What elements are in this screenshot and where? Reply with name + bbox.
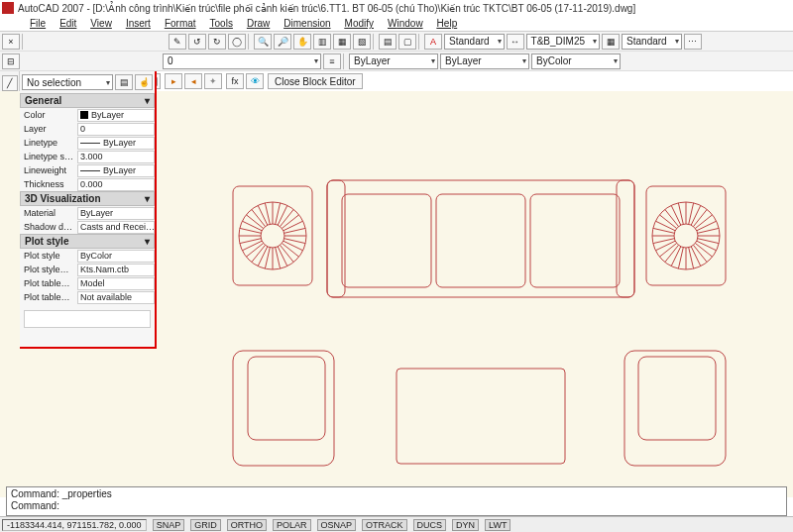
prop-value[interactable]: Model xyxy=(77,277,155,290)
toolbar-row-2: ⊟ 0 ≡ ByLayer ByLayer ByColor xyxy=(0,52,793,71)
selection-combo[interactable]: No selection xyxy=(22,74,113,90)
prop-value[interactable]: ByLayer xyxy=(77,207,155,220)
svg-rect-71 xyxy=(638,357,716,440)
dim-style-combo[interactable]: T&B_DIM25 xyxy=(526,34,600,50)
collapse-icon[interactable]: ▾ xyxy=(145,236,150,247)
toggle-snap[interactable]: SNAP xyxy=(153,519,185,531)
section-plot[interactable]: Plot style▾ xyxy=(20,234,155,249)
toggle-grid[interactable]: GRID xyxy=(190,519,221,531)
layer-combo[interactable]: 0 xyxy=(163,53,321,69)
prop-value[interactable]: ByColor xyxy=(77,250,155,263)
prop-key: Material xyxy=(20,208,77,218)
toggle-otrack[interactable]: OTRACK xyxy=(362,519,407,531)
menu-file[interactable]: File xyxy=(24,17,52,30)
table-icon[interactable]: ▦ xyxy=(602,34,620,50)
title-bar: AutoCAD 2007 - [D:\Ảnh công trình\Kiến t… xyxy=(0,0,793,16)
quick-select-icon[interactable]: ▤ xyxy=(115,74,133,90)
svg-point-8 xyxy=(261,224,284,248)
tool-icon[interactable]: ✎ xyxy=(169,34,186,50)
prop-key: Plot table… xyxy=(20,278,77,288)
lineweight-combo[interactable]: ByLayer xyxy=(440,53,529,69)
menu-tools[interactable]: Tools xyxy=(204,17,239,30)
tool-icon[interactable]: ▤ xyxy=(379,34,396,50)
toggle-lwt[interactable]: LWT xyxy=(485,519,510,531)
toggle-dyn[interactable]: DYN xyxy=(452,519,479,531)
menu-format[interactable]: Format xyxy=(159,17,202,30)
tool-icon[interactable]: ◯ xyxy=(228,34,246,50)
command-history-line: Command: _properties xyxy=(11,488,782,500)
prop-value[interactable]: ByLayer xyxy=(77,109,155,122)
pick-icon[interactable]: ☝ xyxy=(135,74,153,90)
pin-icon[interactable]: ⊟ xyxy=(2,53,20,69)
svg-rect-70 xyxy=(624,351,726,466)
toggle-osnap[interactable]: OSNAP xyxy=(317,519,357,531)
prop-key: Linetype s… xyxy=(20,152,77,161)
close-panel-icon[interactable]: × xyxy=(2,34,20,50)
section-plot-label: Plot style xyxy=(25,236,68,247)
section-3d[interactable]: 3D Visualization▾ xyxy=(20,191,155,206)
prop-value[interactable]: ByLayer xyxy=(77,164,155,177)
menu-modify[interactable]: Modify xyxy=(339,17,380,30)
collapse-icon[interactable]: ▾ xyxy=(145,193,150,204)
prop-value[interactable]: 3.000 xyxy=(77,151,155,163)
table-style-combo[interactable]: Standard xyxy=(622,34,682,50)
linetype-combo[interactable]: ByLayer xyxy=(349,53,438,69)
tool-icon[interactable]: ↺ xyxy=(188,34,206,50)
plotcolor-combo[interactable]: ByColor xyxy=(531,53,621,69)
prop-value[interactable]: 0.000 xyxy=(77,178,155,191)
layer-icon[interactable]: ≡ xyxy=(323,53,341,69)
menu-bar: File Edit View Insert Format Tools Draw … xyxy=(0,16,793,32)
text-icon[interactable]: A xyxy=(424,34,442,50)
prop-key: Color xyxy=(20,110,77,120)
menu-edit[interactable]: Edit xyxy=(54,17,82,30)
tool-icon[interactable]: ▢ xyxy=(398,34,416,50)
menu-dimension[interactable]: Dimension xyxy=(278,17,336,30)
prop-key: Layer xyxy=(20,124,77,134)
toggle-ortho[interactable]: ORTHO xyxy=(227,519,267,531)
prop-key: Linetype xyxy=(20,138,77,148)
dim-icon[interactable]: ↔ xyxy=(507,34,524,50)
param-icon[interactable]: ◂ xyxy=(184,73,202,89)
tool-icon[interactable]: ▦ xyxy=(333,34,351,50)
menu-draw[interactable]: Draw xyxy=(241,17,276,30)
menu-window[interactable]: Window xyxy=(382,17,429,30)
tool-icon[interactable]: ⋯ xyxy=(684,34,702,50)
zoom-icon[interactable]: 🔍 xyxy=(254,34,272,50)
toggle-polar[interactable]: POLAR xyxy=(273,519,311,531)
prop-key: Plot style… xyxy=(20,265,77,274)
zoom-icon[interactable]: 🔎 xyxy=(274,34,291,50)
prop-value[interactable]: Kts.Nam.ctb xyxy=(77,264,155,276)
menu-view[interactable]: View xyxy=(84,17,118,30)
param-icon[interactable]: ▸ xyxy=(165,73,182,89)
section-general[interactable]: General▾ xyxy=(20,93,155,108)
tool-icon[interactable]: ▥ xyxy=(313,34,331,50)
command-prompt[interactable]: Command: xyxy=(11,500,782,512)
app-logo-icon xyxy=(2,2,14,14)
close-block-editor-button[interactable]: Close Block Editor xyxy=(268,73,363,89)
svg-rect-69 xyxy=(248,357,325,440)
prop-key: Thickness xyxy=(20,179,77,189)
properties-footer-input[interactable] xyxy=(24,310,151,328)
menu-insert[interactable]: Insert xyxy=(120,17,157,30)
attr-icon[interactable]: fx xyxy=(226,73,244,89)
prop-value[interactable]: ByLayer xyxy=(77,137,155,150)
status-bar: -1183344.414, 971151.782, 0.000 SNAP GRI… xyxy=(0,516,793,532)
text-style-combo[interactable]: Standard xyxy=(444,34,505,50)
tool-icon[interactable]: ▧ xyxy=(353,34,371,50)
action-icon[interactable]: ✦ xyxy=(204,73,222,89)
pan-icon[interactable]: ✋ xyxy=(293,34,311,50)
prop-value[interactable]: Casts and Recei… xyxy=(77,221,155,234)
prop-value[interactable]: Not available xyxy=(77,291,155,304)
tool-icon[interactable]: ↻ xyxy=(208,34,226,50)
window-title: AutoCAD 2007 - [D:\Ảnh công trình\Kiến t… xyxy=(18,3,635,14)
vis-icon[interactable]: 👁 xyxy=(246,73,264,89)
svg-rect-2 xyxy=(436,194,525,287)
draw-line-icon[interactable]: ╱ xyxy=(2,75,18,91)
svg-rect-72 xyxy=(396,369,565,464)
collapse-icon[interactable]: ▾ xyxy=(145,95,150,106)
prop-value[interactable]: 0 xyxy=(77,123,155,136)
command-window[interactable]: Command: _properties Command: xyxy=(6,486,787,516)
menu-help[interactable]: Help xyxy=(431,17,464,30)
toggle-ducs[interactable]: DUCS xyxy=(413,519,447,531)
svg-rect-3 xyxy=(530,194,620,287)
